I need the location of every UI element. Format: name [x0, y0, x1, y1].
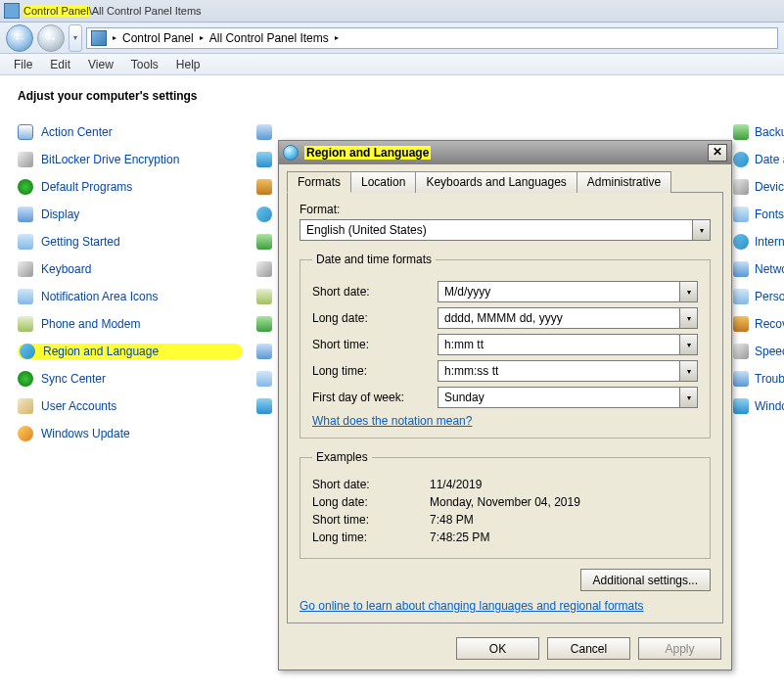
items-column-left: Action Center BitLocker Drive Encryption… [18, 124, 243, 441]
long-date-combo[interactable]: dddd, MMMM dd, yyyy▾ [438, 307, 698, 329]
cancel-button[interactable]: Cancel [547, 637, 630, 660]
title-part-b: All Control Panel Items [92, 5, 202, 17]
long-date-value: dddd, MMMM dd, yyyy [438, 311, 679, 325]
keyboard-icon [18, 261, 33, 277]
close-button[interactable]: ✕ [708, 144, 727, 161]
dialog-title-bar[interactable]: Region and Language ✕ [279, 141, 731, 164]
format-label: Format: [300, 203, 711, 216]
display-icon [18, 207, 33, 222]
item-backup[interactable]: Backup and [733, 124, 784, 140]
additional-settings-button[interactable]: Additional settings... [580, 569, 711, 591]
chevron-right-icon[interactable]: ▸ [335, 33, 339, 42]
forward-button[interactable]: → [37, 24, 65, 52]
chevron-right-icon[interactable]: ▸ [200, 33, 204, 42]
item-bitlocker[interactable]: BitLocker Drive Encryption [18, 152, 243, 167]
item-display[interactable]: Display [18, 207, 243, 222]
item-recovery[interactable]: Recovery [733, 316, 784, 332]
chevron-down-icon[interactable]: ▾ [679, 335, 697, 354]
first-day-combo[interactable]: Sunday▾ [438, 387, 698, 408]
item-windows-update[interactable]: Windows Update [18, 426, 243, 441]
item-region-language[interactable]: Region and Language [18, 344, 243, 359]
recovery-icon [733, 316, 749, 332]
item-action-center[interactable]: Action Center [18, 124, 243, 140]
menu-help[interactable]: Help [168, 56, 208, 73]
ex-short-date-v: 11/4/2019 [430, 478, 482, 491]
tab-keyboards[interactable]: Keyboards and Languages [415, 171, 576, 193]
history-dropdown[interactable]: ▾ [69, 24, 82, 52]
item-getting-started[interactable]: Getting Started [18, 234, 243, 250]
chevron-down-icon[interactable]: ▾ [679, 388, 697, 407]
short-date-combo[interactable]: M/d/yyyy▾ [438, 281, 698, 302]
notation-link[interactable]: What does the notation mean? [312, 414, 472, 428]
item-network[interactable]: Network [733, 261, 784, 277]
address-bar[interactable]: ▸ Control Panel ▸ All Control Panel Item… [86, 27, 778, 49]
back-button[interactable]: ← [6, 24, 33, 52]
item-label: Keyboard [41, 262, 91, 276]
menu-file[interactable]: File [6, 56, 40, 73]
item-windows[interactable]: Windows [733, 398, 784, 414]
title-part-a: Control Panel [23, 5, 89, 17]
item-icon [256, 124, 272, 140]
chevron-down-icon[interactable]: ▾ [679, 282, 697, 301]
long-time-combo[interactable]: h:mm:ss tt▾ [438, 360, 698, 382]
menu-view[interactable]: View [80, 56, 121, 73]
date-time-formats-group: Date and time formats Short date: M/d/yy… [300, 253, 711, 438]
item-sync-center[interactable]: Sync Center [18, 371, 243, 387]
tab-administrative[interactable]: Administrative [576, 171, 671, 193]
chevron-down-icon[interactable]: ▾ [679, 361, 697, 381]
chevron-right-icon[interactable]: ▸ [113, 33, 116, 42]
update-icon [18, 426, 33, 441]
item-icon [256, 371, 272, 387]
clock-icon [733, 152, 749, 167]
menu-tools[interactable]: Tools [123, 56, 166, 73]
format-combo[interactable]: English (United States) ▾ [300, 219, 711, 241]
item-icon [256, 344, 272, 359]
item-date-time[interactable]: Date and [733, 152, 784, 167]
tab-row: Formats Location Keyboards and Languages… [279, 164, 731, 192]
item-user-accounts[interactable]: User Accounts [18, 398, 243, 414]
short-time-label: Short time: [312, 338, 430, 351]
item-fonts[interactable]: Fonts [733, 207, 784, 222]
windows-icon [733, 398, 749, 414]
item-label: Display [41, 208, 79, 221]
item-icon [256, 152, 272, 167]
item-notification-icons[interactable]: Notification Area Icons [18, 289, 243, 304]
tab-location[interactable]: Location [350, 171, 416, 193]
items-column-middle-icons [256, 124, 272, 414]
short-time-combo[interactable]: h:mm tt▾ [438, 334, 698, 355]
personalization-icon [733, 289, 749, 304]
item-label: Devices a [755, 180, 784, 194]
menu-edit[interactable]: Edit [42, 56, 78, 73]
item-speech[interactable]: Speech P [733, 344, 784, 359]
item-phone-modem[interactable]: Phone and Modem [18, 316, 243, 332]
item-label: BitLocker Drive Encryption [41, 153, 179, 166]
item-default-programs[interactable]: Default Programs [18, 179, 243, 195]
online-help-link[interactable]: Go online to learn about changing langua… [300, 599, 644, 613]
item-devices[interactable]: Devices a [733, 179, 784, 195]
apply-button[interactable]: Apply [638, 637, 721, 660]
ex-long-time-k: Long time: [312, 531, 430, 544]
breadcrumb-a[interactable]: Control Panel [122, 31, 194, 45]
item-personalization[interactable]: Personal [733, 289, 784, 304]
programs-icon [18, 179, 33, 195]
long-time-label: Long time: [312, 364, 430, 378]
chevron-down-icon[interactable]: ▾ [692, 220, 710, 240]
ok-button[interactable]: OK [456, 637, 539, 660]
item-label: Phone and Modem [41, 317, 140, 331]
breadcrumb-b[interactable]: All Control Panel Items [209, 31, 329, 45]
fonts-icon [733, 207, 749, 222]
item-internet[interactable]: Internet [733, 234, 784, 250]
item-label: Speech P [755, 345, 784, 358]
item-troubleshoot[interactable]: Troubles [733, 371, 784, 387]
item-label: Getting Started [41, 235, 120, 249]
item-label: Backup and [755, 125, 784, 139]
chevron-down-icon[interactable]: ▾ [679, 308, 697, 328]
item-icon [256, 289, 272, 304]
item-icon [256, 398, 272, 414]
item-keyboard[interactable]: Keyboard [18, 261, 243, 277]
tab-formats[interactable]: Formats [287, 171, 351, 193]
window-title-bar: Control Panel \ All Control Panel Items [0, 0, 784, 23]
group-legend: Examples [312, 450, 372, 464]
flag-icon [18, 124, 33, 140]
dialog-title: Region and Language [304, 146, 431, 160]
